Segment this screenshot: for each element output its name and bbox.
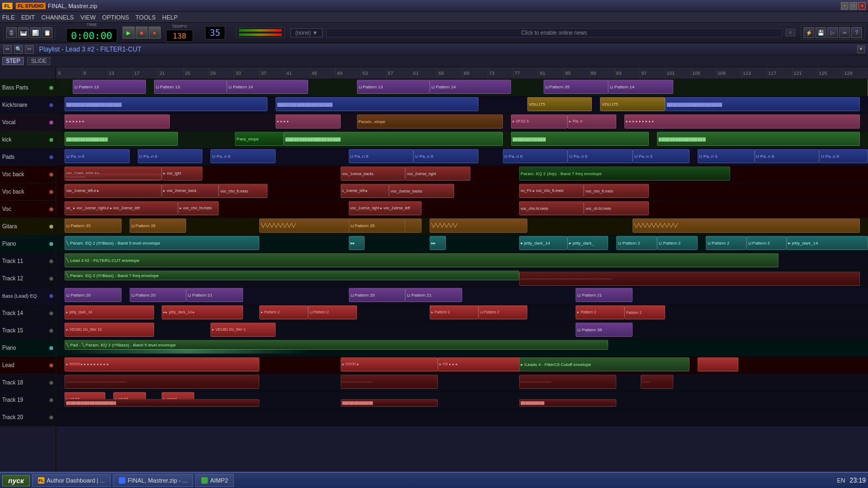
clip-vocal-3[interactable]: ▸ VFX2 S — [511, 114, 568, 129]
track-label-kick[interactable]: kick — [0, 131, 55, 149]
clip-gitara-pat35a[interactable]: ⊔ Pattern 35 — [65, 219, 122, 233]
clip-voc-cho-ht2[interactable]: voc_cho.ht.melo — [519, 201, 584, 215]
menu-options[interactable]: OPTIONS — [102, 14, 129, 21]
clip-voc-1verse-backs[interactable]: voc_1verse_backs — [341, 166, 406, 181]
clip-pan6-2[interactable]: U Pa..n 6 — [138, 149, 203, 163]
clip-voc-1verse-left[interactable]: voc_1verse_left-e ▸ — [65, 184, 162, 198]
stop-button[interactable]: ■ — [136, 27, 148, 38]
clip-pan6-8[interactable]: U Pa..n 6 — [755, 149, 820, 163]
clip-piano-pat2b[interactable]: ⊔ Pattern 2 — [657, 236, 698, 250]
clip-track18-wave2[interactable]: ~~~~~~~~~~~~~~~~ — [341, 375, 438, 389]
close-button[interactable]: × — [858, 2, 866, 10]
maximize-button[interactable]: □ — [850, 2, 857, 10]
clip-gitara-pat35b[interactable]: ⊔ Pattern 35 — [130, 219, 187, 233]
playlist-tool-3[interactable]: ✂ — [25, 45, 34, 54]
clip-track19-wave3[interactable]: ▓▓▓▓▓▓▓▓▓▓ — [519, 399, 617, 407]
clip-voc-cho-melo[interactable]: voc_cho_ft.melo — [219, 184, 267, 198]
mixer-icon[interactable]: 🎛 — [6, 27, 17, 38]
clip-track14-pat2a[interactable]: ▸ Pattern 2 — [259, 305, 308, 319]
clip-pat21a[interactable]: ⊔ Pattern 21 — [186, 288, 243, 302]
clip-pattern14b[interactable]: ⊔ Pattern 14 — [430, 80, 511, 94]
track-label-lead[interactable]: Lead — [0, 357, 55, 374]
clip-kick-4[interactable]: ▓▓▓▓▓▓▓▓▓▓▓▓▓▓▓▓▓ — [657, 132, 860, 146]
track-label-voc-back-2[interactable]: Voc back — [0, 183, 55, 201]
clip-piano-pat2d[interactable]: ⊔ Pattern 2 — [746, 236, 787, 250]
clip-track19-wave2[interactable]: ▓▓▓▓▓▓▓▓▓▓▓▓▓ — [341, 399, 438, 407]
clip-pan6-6[interactable]: U Pa..n 6 — [503, 149, 568, 163]
clip-piano-arrows[interactable]: ▸▸ — [349, 236, 365, 250]
save-icon[interactable]: 💾 — [815, 27, 826, 38]
clip-lead-wave2[interactable]: ▸ !!!!!!!!!! ▸ — [341, 357, 438, 371]
clip-gitara-wave3[interactable]: ╲╱╲╱╲╱╲╱╲╱╲╱╲╱╲╱╲╱╲╱ — [633, 219, 860, 233]
clip-pat20c[interactable]: ⊔ Pattern 20 — [349, 288, 406, 302]
clip-track18-wave3[interactable]: ~~~~~~~~~~~~~~~~ — [519, 375, 617, 389]
slide-button[interactable]: SLIDE — [27, 57, 50, 65]
track-label-track14[interactable]: Track 14 — [0, 305, 55, 322]
clip-track15-pat39[interactable]: ⊔ Pattern 39 — [576, 323, 633, 337]
clip-voc-2verse-backs[interactable]: voc_2verse_backs — [389, 184, 454, 198]
track-label-bass-lead-eq[interactable]: Bass (Lead) EQ — [0, 287, 55, 305]
track-label-track19[interactable]: Track 19 — [0, 391, 55, 409]
clip-vdub1-1[interactable]: ▸ VDUB1 Do_ifter 12 — [65, 323, 154, 337]
clip-gitara-pat35c[interactable]: ⊔ Pattern 35 — [349, 219, 406, 233]
clip-track18-wave4[interactable]: ~~~~ — [641, 375, 673, 389]
clip-param-eq2-arp[interactable]: Param. EQ 2 (Arp) - Band 7 freq envelope — [519, 166, 730, 181]
piano-roll-icon[interactable]: 🎹 — [18, 27, 29, 38]
track-label-voc[interactable]: Voc — [0, 201, 55, 218]
clip-lead-wave1[interactable]: ▸ !!!!!!!!!! ▸ ▸ ▸ ▸ ▸ ▸ ▸ ▸ ▸ — [65, 357, 259, 371]
clip-piano-arrows2[interactable]: ▸▸ — [430, 236, 446, 250]
minimize-button[interactable]: − — [841, 2, 848, 10]
clip-track14-jetty1[interactable]: ▸ jetty_dark_14 — [65, 305, 154, 319]
menu-tools[interactable]: TOOLS — [136, 14, 156, 21]
clip-para-elope[interactable]: Para_elope — [235, 132, 284, 146]
menu-file[interactable]: FILE — [2, 14, 15, 21]
track-label-track15[interactable]: Track 15 — [0, 322, 55, 339]
start-button[interactable]: пуск — [2, 475, 30, 486]
clip-pan6-7[interactable]: U Pa..n 6 — [567, 149, 633, 163]
clip-kick-wave-1[interactable]: ▓▓▓▓▓▓▓▓▓▓▓▓▓▓▓▓▓▓▓▓ — [65, 97, 267, 111]
taskbar-item-author-dashboard[interactable]: FL Author Dashboard | ... — [32, 474, 111, 487]
track-label-piano-1[interactable]: Piano — [0, 235, 55, 253]
clip-track14-pat2c[interactable]: ▸ Pattern 2 — [430, 305, 478, 319]
clip-pan6-1[interactable]: ⊔ Pa..n 6 — [65, 149, 130, 163]
track-label-voc-back-1[interactable]: Voc back — [0, 166, 55, 183]
track-label-track12[interactable]: Track 12 — [0, 270, 55, 287]
clip-kick-wave-3[interactable]: ▓▓▓▓▓▓▓▓▓▓▓▓▓▓▓▓▓▓▓▓ — [665, 97, 860, 111]
clip-voc-1verse-right2[interactable]: voc_1verse_right ▸ voc_2verse_left — [349, 201, 422, 215]
taskbar-item-aimp[interactable]: AIMP2 — [195, 474, 234, 487]
playlist-tool-1[interactable]: ✏ — [3, 45, 12, 54]
help-icon[interactable]: ? — [851, 27, 862, 38]
clip-gitara-wave2[interactable]: ╲╱╲╱╲╱╲╱╲╱╲╱ — [430, 219, 527, 233]
clip-pan6-3[interactable]: U Pa..n 6 — [210, 149, 276, 163]
clip-pan6-4[interactable]: U Pa..n 6 — [349, 149, 414, 163]
clip-voc-right[interactable]: ▸ voc_ight — [162, 166, 202, 181]
clip-pattern13c[interactable]: ⊔ Pattern 13 — [357, 80, 430, 94]
clip-pattern14c[interactable]: ⊔ Pattern 14 — [608, 80, 673, 94]
clip-pan3-2[interactable]: U Pa..n 3 — [698, 149, 755, 163]
render-icon[interactable]: ▷ — [827, 27, 838, 38]
cut-icon[interactable]: ✂ — [839, 27, 850, 38]
clip-pattern35a[interactable]: ⊔ Pattern 35 — [544, 80, 609, 94]
clip-vocal-5[interactable]: ▸ ▸ ▸ ▸ ▸ ▸ ▸ ▸ ▸ — [624, 114, 860, 129]
clip-vocal-4[interactable]: ▸ Par..e — [567, 114, 616, 129]
news-close-button[interactable]: ✕ — [786, 29, 795, 36]
track-label-vocal[interactable]: Vocal — [0, 114, 55, 131]
menu-edit[interactable]: EDIT — [21, 14, 35, 21]
track-label-kick-snare[interactable]: Kick/snare — [0, 97, 55, 114]
clip-vocal-2[interactable]: ▸ ▸ ▸ ▸ — [276, 114, 341, 129]
play-button[interactable]: ▶ — [123, 27, 135, 38]
clip-vdut75b[interactable]: VDU.t75 — [600, 97, 665, 111]
clip-voc-1verse-wave[interactable]: ~~~~~~~~~~ — [65, 174, 162, 180]
clip-pat21b[interactable]: ⊔ Pattern 21 — [405, 288, 462, 302]
clip-vocal-1[interactable]: ▸ ▸ ▸ ▸ ▸ ▸ — [65, 114, 170, 129]
clip-track18-wave1[interactable]: ~~~~~~~~~~~~~~~~~~~~~~~~~~~~~~~~ — [65, 375, 259, 389]
clip-pat20a[interactable]: ⊔ Pattern 20 — [65, 288, 122, 302]
clip-voc-2verse-right[interactable]: voc_2verse_right — [405, 166, 470, 181]
clip-voc-ch-ht[interactable]: voc_ch.ht.melo — [584, 201, 649, 215]
news-bar[interactable]: Click to enable online news — [326, 28, 782, 37]
clip-leads4-filterctl[interactable]: ▸ !Leads 4 - FilterCtl Cutoff envelope — [519, 357, 690, 371]
clip-lead3-filter-cut[interactable]: ╲ Lead 3 #2 - FILTER1-CUT envelope — [65, 253, 778, 267]
track-label-piano-2[interactable]: Piano — [0, 339, 55, 357]
clip-vdut75a[interactable]: VDU.t75 — [527, 97, 592, 111]
clip-pattern13b[interactable]: ⊔ Pattern 13 — [154, 80, 227, 94]
